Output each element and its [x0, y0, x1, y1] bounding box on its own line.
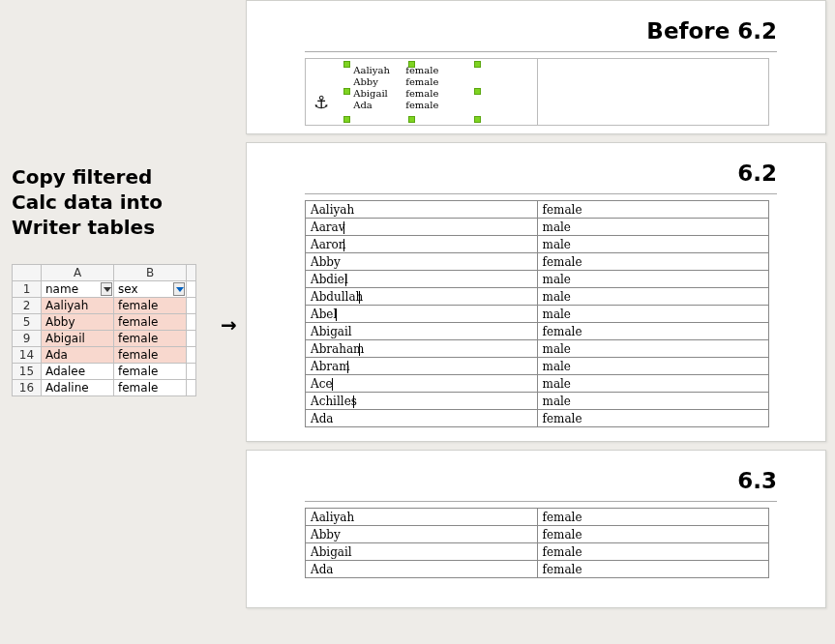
resize-handle[interactable] — [343, 116, 350, 123]
cell[interactable]: female — [114, 314, 187, 331]
row-header: 15 — [13, 364, 42, 380]
cell-sex[interactable]: female — [537, 509, 769, 526]
cell-name[interactable]: Abby — [306, 253, 538, 271]
resize-handle[interactable] — [408, 116, 415, 123]
cell-name[interactable]: Abraham — [306, 340, 538, 358]
table-row: Abigailfemale — [306, 323, 769, 340]
column-header-b: B — [114, 265, 187, 281]
cell-name[interactable]: Abigail — [306, 543, 538, 561]
page-title: Copy filtered Calc data into Writer tabl… — [12, 164, 223, 240]
table-row: Achillesmale — [306, 393, 769, 410]
cell-sex[interactable]: male — [537, 219, 769, 236]
cell-sex[interactable]: male — [537, 288, 769, 306]
right-panel: Before 6.2 ⚓ AaliyahfemaleAbbyfemaleAbi — [246, 0, 826, 616]
cell-name[interactable]: Abdullah — [306, 288, 538, 306]
cell[interactable]: name — [42, 281, 114, 298]
writer-table-62: AaliyahfemaleAaravmaleAaronmaleAbbyfemal… — [305, 200, 769, 427]
cell-sex[interactable]: female — [537, 561, 769, 578]
cell[interactable]: female — [114, 380, 187, 396]
arrow-icon: → — [221, 313, 237, 337]
row-header: 14 — [13, 347, 42, 364]
row-header: 1 — [13, 281, 42, 298]
left-panel: Copy filtered Calc data into Writer tabl… — [12, 164, 223, 396]
cell-name[interactable]: Aarav — [306, 219, 538, 236]
panel-title: Before 6.2 — [305, 18, 777, 44]
cell[interactable]: female — [114, 364, 187, 380]
cell-sex[interactable]: male — [537, 340, 769, 358]
table-row: Aaronmale — [306, 236, 769, 253]
resize-handle[interactable] — [474, 88, 481, 95]
cell[interactable]: female — [114, 347, 187, 364]
cell-name[interactable]: Ace — [306, 375, 538, 393]
table-row: Adafemale — [306, 561, 769, 578]
cell[interactable]: Adalee — [42, 364, 114, 380]
cell-sex[interactable]: male — [537, 358, 769, 375]
row-header: 2 — [13, 298, 42, 314]
cell-name[interactable]: Abdiel — [306, 271, 538, 288]
resize-handle[interactable] — [343, 88, 350, 95]
panel-title: 6.3 — [305, 468, 777, 493]
cell[interactable]: Abby — [42, 314, 114, 331]
cell-name[interactable]: Abram — [306, 358, 538, 375]
resize-handle[interactable] — [474, 61, 481, 68]
cell-sex[interactable]: male — [537, 393, 769, 410]
table-row: Abrahammale — [306, 340, 769, 358]
table-row: Abdullahmale — [306, 288, 769, 306]
table-row: Acemale — [306, 375, 769, 393]
cell-sex[interactable]: female — [537, 201, 769, 219]
autofilter-icon[interactable] — [101, 282, 112, 296]
resize-handle[interactable] — [474, 116, 481, 123]
cell-sex[interactable]: male — [537, 306, 769, 323]
cell[interactable]: Adaline — [42, 380, 114, 396]
row-header: 5 — [13, 314, 42, 331]
cell-name[interactable]: Ada — [306, 410, 538, 427]
panel-before-62: Before 6.2 ⚓ AaliyahfemaleAbbyfemaleAbi — [246, 0, 826, 134]
cell[interactable]: Ada — [42, 347, 114, 364]
ole-row: Adafemale — [347, 100, 477, 111]
row-header: 16 — [13, 380, 42, 396]
cell-sex[interactable]: female — [537, 253, 769, 271]
cell[interactable]: Aaliyah — [42, 298, 114, 314]
cell-name[interactable]: Abigail — [306, 323, 538, 340]
column-header-a: A — [42, 265, 114, 281]
writer-table-63: AaliyahfemaleAbbyfemaleAbigailfemaleAdaf… — [305, 508, 769, 578]
cell-name[interactable]: Aaliyah — [306, 201, 538, 219]
table-row: Aaravmale — [306, 219, 769, 236]
cell-name[interactable]: Abel — [306, 306, 538, 323]
cell-sex[interactable]: female — [537, 526, 769, 543]
writer-table-before: ⚓ AaliyahfemaleAbbyfemaleAbigailfemaleAd… — [305, 58, 769, 126]
anchor-icon: ⚓ — [313, 92, 329, 112]
autofilter-icon[interactable] — [173, 282, 185, 296]
ole-object[interactable]: AaliyahfemaleAbbyfemaleAbigailfemaleAdaf… — [347, 65, 477, 119]
table-row: Aaliyahfemale — [306, 509, 769, 526]
resize-handle[interactable] — [343, 61, 350, 68]
cell-sex[interactable]: female — [537, 323, 769, 340]
cell-name[interactable]: Achilles — [306, 393, 538, 410]
table-row: Abdielmale — [306, 271, 769, 288]
cell-sex[interactable]: male — [537, 375, 769, 393]
cell-sex[interactable]: female — [537, 543, 769, 561]
cell-name[interactable]: Ada — [306, 561, 538, 578]
cell-name[interactable]: Aaliyah — [306, 509, 538, 526]
ole-row: Abigailfemale — [347, 88, 477, 100]
panel-62: 6.2 AaliyahfemaleAaravmaleAaronmaleAbbyf… — [246, 142, 826, 442]
cell-sex[interactable]: male — [537, 236, 769, 253]
row-header: 9 — [13, 331, 42, 347]
cell[interactable]: female — [114, 331, 187, 347]
cell-name[interactable]: Aaron — [306, 236, 538, 253]
cell[interactable]: female — [114, 298, 187, 314]
ole-row: Abbyfemale — [347, 76, 477, 88]
cell-sex[interactable]: female — [537, 410, 769, 427]
cell-name[interactable]: Abby — [306, 526, 538, 543]
panel-63: 6.3 AaliyahfemaleAbbyfemaleAbigailfemale… — [246, 450, 826, 608]
cell-sex[interactable]: male — [537, 271, 769, 288]
cell[interactable]: sex — [114, 281, 187, 298]
table-row: Abbyfemale — [306, 253, 769, 271]
cell[interactable]: Abigail — [42, 331, 114, 347]
table-row: Adafemale — [306, 410, 769, 427]
table-row: Abelmale — [306, 306, 769, 323]
table-row: Abigailfemale — [306, 543, 769, 561]
resize-handle[interactable] — [408, 61, 415, 68]
table-row: Aaliyahfemale — [306, 201, 769, 219]
panel-title: 6.2 — [305, 161, 777, 186]
